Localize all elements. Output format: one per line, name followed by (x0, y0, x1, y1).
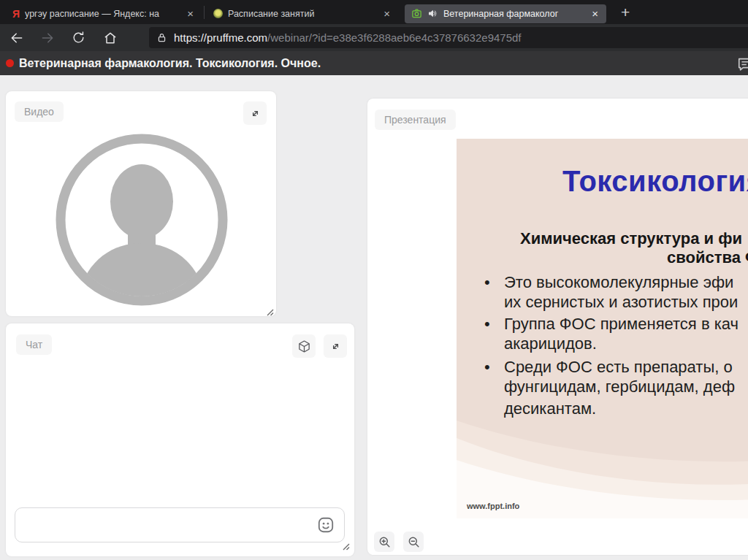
back-arrow-icon[interactable] (6, 28, 28, 48)
site-circle-icon (213, 9, 223, 18)
browser-tab-bar: Я ургэу расписание — Яндекс: на × Распис… (0, 0, 748, 24)
slide-bullet-line: их сернистых и азотистых прои (484, 293, 738, 312)
close-icon[interactable]: × (590, 8, 600, 19)
slide-bullet-line: акарицидов. (484, 334, 597, 353)
presentation-slide: Токсикология Химическая структура и фи с… (457, 139, 748, 518)
url-path: /webinar/?id=e38e3f6288aeb6e4c37876632e9… (267, 31, 521, 44)
chat-message-input[interactable] (15, 507, 345, 542)
slide-bullet-line: •Это высокомолекулярные эфи (484, 273, 733, 292)
resize-grip-icon[interactable] (265, 306, 274, 315)
tab-webinar-active[interactable]: Ветеринарная фармаколог × (405, 4, 606, 23)
video-panel: Видео (6, 91, 276, 316)
expand-arrows-icon[interactable] (324, 334, 347, 358)
emoji-smiley-icon[interactable] (316, 515, 336, 535)
webinar-header: Ветеринарная фармакология. Токсикология.… (0, 51, 748, 75)
tab-title: ургэу расписание — Яндекс: на (25, 9, 180, 19)
tab-schedule[interactable]: Расписание занятий × (207, 4, 398, 23)
live-dot-icon (6, 59, 14, 67)
webinar-title: Ветеринарная фармакология. Токсикология.… (19, 57, 321, 70)
url-host: https://pruffme.com (174, 31, 267, 44)
magnifier-plus-icon[interactable] (374, 532, 394, 552)
slide-bullet-line: •Группа ФОС применяется в кач (484, 315, 739, 334)
resize-grip-icon[interactable] (341, 540, 350, 549)
magnifier-minus-icon[interactable] (403, 532, 424, 552)
avatar (56, 132, 228, 310)
chat-panel: Чат (6, 323, 354, 556)
chat-messages-area[interactable] (15, 366, 345, 500)
video-panel-label: Видео (15, 101, 64, 122)
speaker-icon[interactable] (427, 8, 438, 19)
chat-panel-label: Чат (16, 334, 52, 355)
slide-title: Токсикология (562, 165, 748, 198)
new-tab-button[interactable]: + (621, 4, 630, 21)
slide-bullet-line: •Среди ФОС есть препараты, о (484, 358, 733, 377)
presentation-panel: Презентация Токсикология Химическая стру… (367, 99, 748, 555)
yandex-icon: Я (12, 8, 20, 20)
slide-footer-watermark: www.fppt.info (467, 502, 519, 510)
expand-arrows-icon[interactable] (243, 101, 267, 125)
reload-icon[interactable] (67, 28, 89, 48)
url-bar[interactable]: https://pruffme.com/webinar/?id=e38e3f62… (149, 27, 748, 48)
close-icon[interactable]: × (186, 8, 195, 19)
tab-yandex-search[interactable]: Я ургэу расписание — Яндекс: на × (6, 4, 202, 23)
tab-title: Ветеринарная фармаколог (443, 9, 585, 19)
tab-title: Расписание занятий (228, 9, 377, 19)
home-icon[interactable] (99, 28, 121, 48)
forward-arrow-icon[interactable] (37, 28, 58, 48)
lock-icon[interactable] (156, 32, 167, 43)
presentation-panel-label: Презентация (375, 110, 456, 130)
slide-bullet-line: фунгицидам, гербицидам, деф (484, 377, 735, 396)
browser-toolbar: https://pruffme.com/webinar/?id=e38e3f62… (0, 24, 748, 51)
slide-subtitle-line1: Химическая структура и фи (520, 229, 742, 248)
chat-bubble-icon[interactable] (737, 56, 748, 75)
3d-cube-icon[interactable] (292, 334, 316, 358)
tab-separator (204, 6, 205, 19)
slide-subtitle-line2: свойства ФОС (667, 248, 748, 267)
camera-icon (411, 8, 422, 19)
close-icon[interactable]: × (382, 8, 392, 19)
